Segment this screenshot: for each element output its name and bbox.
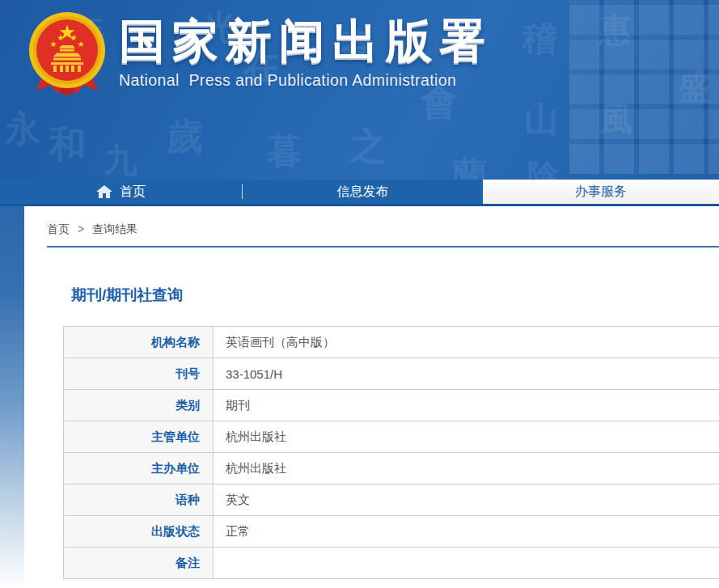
calligraphy-glyph: 歲 — [166, 112, 203, 162]
nav-item-info-release[interactable]: 信息发布 — [243, 180, 483, 204]
field-value-cell — [214, 548, 719, 579]
table-row: 刊号 33-1051/H — [64, 358, 719, 390]
table-row: 出版状态 正常 — [64, 516, 719, 548]
left-gradient-strip — [0, 206, 24, 588]
calligraphy-glyph: 蘭 — [453, 152, 487, 180]
field-label-cell: 语种 — [64, 484, 214, 516]
calligraphy-glyph: 山 — [524, 97, 558, 142]
field-label-cell: 主办单位 — [64, 453, 214, 484]
breadcrumb-rule — [47, 246, 719, 247]
table-row: 类别 期刊 — [64, 390, 719, 421]
table-row: 主办单位 杭州出版社 — [64, 453, 719, 484]
breadcrumb: 首页 > 查询结果 — [47, 222, 719, 237]
calligraphy-glyph: 暮 — [267, 128, 302, 176]
nav-item-info-release-label: 信息发布 — [337, 184, 389, 201]
main-navbar: 首页 信息发布 办事服务 — [0, 180, 719, 206]
field-label-cell: 备注 — [64, 548, 214, 579]
calligraphy-glyph: 陰 — [527, 154, 560, 180]
calligraphy-glyph: 九 — [104, 137, 137, 180]
calligraphy-glyph: 稽 — [522, 16, 556, 61]
field-label-cell: 机构名称 — [64, 327, 214, 358]
site-title-cn: 国家新闻出版署 — [119, 15, 493, 68]
site-title-block: 国家新闻出版署 National Press and Publication A… — [119, 15, 493, 90]
field-value-cell: 期刊 — [214, 390, 719, 421]
calligraphy-glyph: 和 — [49, 120, 86, 170]
table-row: 机构名称 英语画刊（高中版） — [64, 327, 719, 358]
content-area: 首页 > 查询结果 期刊/期刊社查询 机构名称 英语画刊（高中版） 刊号 33-… — [24, 206, 719, 588]
page-title: 期刊/期刊社查询 — [71, 285, 719, 306]
breadcrumb-current: 查询结果 — [92, 222, 137, 235]
calligraphy-glyph: 永 — [5, 105, 40, 153]
nav-item-home-label: 首页 — [120, 184, 146, 201]
query-result-table: 机构名称 英语画刊（高中版） 刊号 33-1051/H 类别 期刊 主管单位 杭… — [63, 326, 719, 579]
field-value-cell: 33-1051/H — [214, 358, 719, 390]
field-value-cell: 英文 — [214, 484, 719, 516]
site-header: 永和九歲在暮春之會稽山陰蘭惠風盛光年 ★ ★ ★ ★ ★ — [0, 0, 719, 180]
field-value-cell: 杭州出版社 — [214, 421, 719, 453]
svg-text:★: ★ — [50, 40, 57, 49]
field-value-cell: 正常 — [214, 516, 719, 548]
svg-text:★: ★ — [70, 33, 78, 42]
field-label-cell: 刊号 — [64, 358, 214, 390]
table-row: 语种 英文 — [64, 484, 719, 516]
field-label-cell: 类别 — [64, 390, 214, 421]
breadcrumb-separator: > — [78, 222, 84, 235]
breadcrumb-home-link[interactable]: 首页 — [47, 222, 70, 235]
page: 永和九歲在暮春之會稽山陰蘭惠風盛光年 ★ ★ ★ ★ ★ — [0, 0, 719, 588]
national-emblem-logo[interactable]: ★ ★ ★ ★ ★ — [27, 10, 108, 97]
journal-table-body: 机构名称 英语画刊（高中版） 刊号 33-1051/H 类别 期刊 主管单位 杭… — [64, 327, 719, 579]
calligraphy-glyph: 之 — [349, 121, 387, 171]
seal-grid-pattern — [569, 0, 719, 174]
table-row: 主管单位 杭州出版社 — [64, 421, 719, 453]
field-value-cell: 杭州出版社 — [214, 453, 719, 484]
field-value-cell: 英语画刊（高中版） — [214, 327, 719, 358]
nav-item-home[interactable]: 首页 — [0, 180, 242, 204]
table-row: 备注 — [64, 548, 719, 579]
field-label-cell: 主管单位 — [64, 421, 214, 453]
query-result-table-wrap: 机构名称 英语画刊（高中版） 刊号 33-1051/H 类别 期刊 主管单位 杭… — [63, 326, 719, 579]
nav-tab-services-label: 办事服务 — [575, 184, 627, 201]
svg-text:★: ★ — [78, 40, 85, 49]
site-title-en: National Press and Publication Administr… — [119, 71, 493, 90]
nav-tab-services-active[interactable]: 办事服务 — [483, 180, 719, 204]
home-icon — [96, 185, 112, 198]
field-label-cell: 出版状态 — [64, 516, 214, 548]
svg-text:★: ★ — [57, 33, 65, 42]
